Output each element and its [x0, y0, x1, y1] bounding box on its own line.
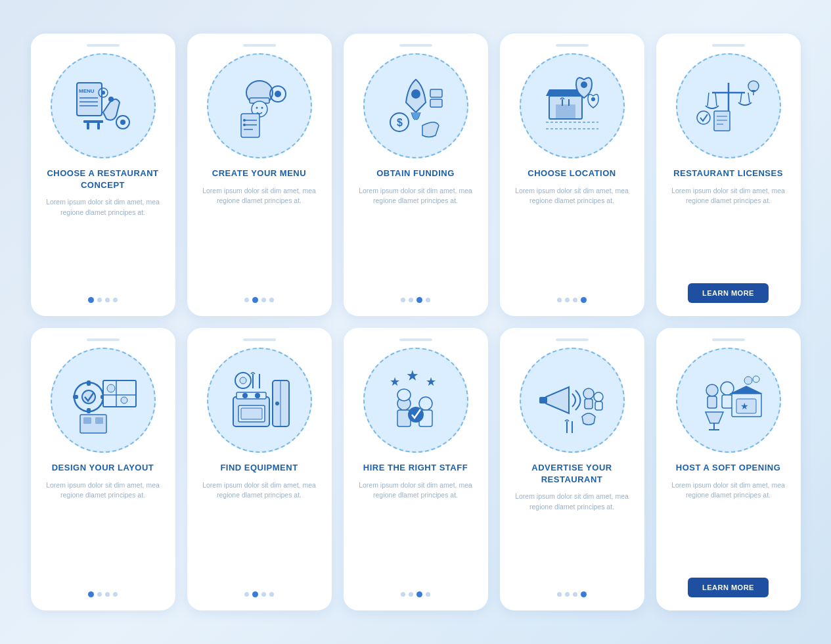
svg-point-12 [101, 91, 105, 95]
svg-rect-65 [83, 417, 91, 424]
card-body: Lorem ipsum dolor sit dim amet, mea regi… [665, 480, 792, 570]
svg-text:$: $ [397, 117, 403, 128]
dot-3 [105, 592, 110, 597]
card-choose-restaurant-concept: MENU CHOOSE A RESTAURANT CONCEPT Lor [31, 34, 175, 316]
advertise-icon-circle [520, 348, 625, 453]
card-find-equipment: FIND EQUIPMENT Lorem ipsum dolor sit dim… [187, 328, 332, 610]
location-icon-circle [520, 53, 625, 158]
staff-icon-circle: ★ ★ ★ [363, 348, 468, 453]
card-top-bar [87, 44, 120, 47]
svg-point-86 [419, 397, 432, 410]
svg-point-33 [581, 81, 587, 88]
dot-2 [97, 298, 102, 302]
svg-point-50 [748, 81, 759, 91]
dot-3 [261, 592, 266, 597]
svg-point-96 [706, 384, 718, 396]
svg-rect-68 [236, 392, 266, 399]
svg-rect-91 [585, 399, 593, 409]
svg-rect-89 [539, 397, 547, 403]
concept-icon-circle: MENU [51, 53, 156, 158]
card-obtain-funding: $ OBTAIN FUNDING Lorem ipsum dolor sit d… [344, 34, 488, 316]
svg-point-69 [242, 393, 248, 398]
svg-rect-66 [95, 417, 103, 424]
menu-icon-circle [207, 53, 312, 158]
card-top-bar [712, 338, 745, 341]
dot-1 [88, 591, 94, 597]
card-title: HOST A SOFT OPENING [676, 462, 781, 474]
dot-2 [252, 591, 258, 597]
svg-point-92 [594, 392, 603, 402]
card-title: CREATE YOUR MENU [212, 168, 306, 179]
svg-point-106 [753, 376, 759, 382]
card-body: Lorem ipsum dolor sit dim amet, mea regi… [353, 186, 479, 288]
svg-text:MENU: MENU [79, 88, 95, 94]
card-top-bar [399, 44, 432, 47]
learn-more-button-licenses[interactable]: LEARN MORE [688, 283, 769, 303]
card-create-your-menu: CREATE YOUR MENU Lorem ipsum dolor sit d… [187, 34, 332, 316]
dot-4 [426, 298, 430, 302]
dot-1 [557, 298, 562, 302]
card-body: Lorem ipsum dolor sit dim amet, mea regi… [40, 480, 166, 582]
svg-rect-99 [722, 395, 732, 408]
card-dots [88, 297, 118, 303]
card-title: ADVERTISE YOUR RESTAURANT [509, 462, 635, 485]
card-dots [244, 297, 274, 303]
svg-point-84 [397, 389, 411, 401]
svg-point-62 [107, 384, 115, 392]
card-restaurant-licenses: RESTAURANT LICENSES Lorem ipsum dolor si… [656, 34, 801, 316]
dot-3 [573, 592, 577, 597]
svg-point-34 [591, 97, 595, 101]
card-title: HIRE THE RIGHT STAFF [363, 462, 468, 474]
svg-point-75 [275, 402, 279, 405]
card-hire-right-staff: ★ ★ ★ HIRE THE RIGHT STAFF Lorem ipsum d… [344, 328, 488, 610]
svg-point-7 [120, 120, 125, 125]
card-title: FIND EQUIPMENT [220, 462, 298, 474]
card-dots [557, 591, 587, 597]
card-dots [401, 591, 430, 597]
svg-point-90 [583, 388, 594, 399]
dot-4 [269, 592, 274, 597]
svg-line-43 [740, 93, 742, 103]
svg-point-5 [108, 97, 114, 102]
svg-text:★: ★ [426, 375, 436, 388]
svg-rect-30 [430, 99, 442, 107]
dot-3 [573, 298, 577, 302]
dot-2 [565, 592, 570, 597]
card-title: RESTAURANT LICENSES [673, 168, 783, 179]
dot-1 [557, 592, 562, 597]
svg-rect-51 [752, 90, 755, 92]
funding-icon-circle: $ [363, 53, 468, 158]
svg-text:★: ★ [740, 401, 749, 411]
dot-3 [261, 298, 266, 302]
svg-rect-97 [707, 396, 717, 408]
card-body: Lorem ipsum dolor sit dim amet, mea regi… [196, 480, 323, 582]
dot-4 [581, 297, 587, 303]
dot-3 [105, 298, 110, 302]
dot-2 [409, 592, 413, 597]
svg-rect-45 [714, 111, 730, 131]
dot-4 [113, 298, 118, 302]
learn-more-button-opening[interactable]: LEARN MORE [688, 578, 769, 597]
card-top-bar [243, 338, 276, 341]
card-dots [88, 591, 118, 597]
card-dots [244, 591, 274, 597]
svg-point-19 [275, 91, 281, 97]
cards-grid: MENU CHOOSE A RESTAURANT CONCEPT Lor [31, 34, 801, 610]
card-advertise-restaurant: ADVERTISE YOUR RESTAURANT Lorem ipsum do… [500, 328, 644, 610]
svg-rect-10 [97, 123, 100, 129]
dot-4 [426, 592, 430, 597]
card-title: CHOOSE A RESTAURANT CONCEPT [40, 168, 166, 191]
card-dots [401, 297, 430, 303]
svg-point-63 [121, 397, 127, 403]
dot-4 [581, 591, 587, 597]
dot-1 [401, 592, 405, 597]
svg-point-16 [256, 107, 258, 109]
svg-rect-9 [87, 123, 89, 129]
card-body: Lorem ipsum dolor sit dim amet, mea regi… [40, 197, 166, 288]
card-top-bar [87, 338, 120, 341]
dot-1 [401, 298, 405, 302]
svg-rect-56 [87, 408, 91, 413]
card-top-bar [556, 44, 589, 47]
svg-rect-72 [241, 408, 262, 419]
dot-4 [113, 592, 118, 597]
